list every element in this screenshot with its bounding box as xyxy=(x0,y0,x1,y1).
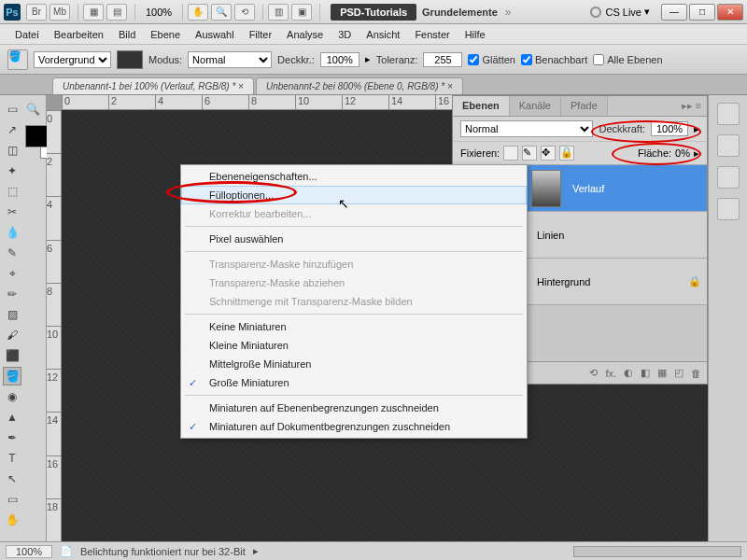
lock-all-icon[interactable]: 🔒 xyxy=(559,146,574,161)
hand-icon[interactable]: ✋ xyxy=(188,4,208,21)
panel-action-icon[interactable]: ⟲ xyxy=(589,367,598,379)
panel-action-icon[interactable]: ▦ xyxy=(657,367,667,379)
layer-mask-thumbnail[interactable] xyxy=(531,170,561,207)
menu-3d[interactable]: 3D xyxy=(331,27,359,42)
rotate-icon[interactable]: ⟲ xyxy=(234,4,255,21)
panel-action-icon[interactable]: ◐ xyxy=(624,367,633,379)
pattern-swatch[interactable] xyxy=(117,50,143,69)
maximize-button[interactable]: □ xyxy=(689,4,715,21)
layer-blend-select[interactable]: Normal xyxy=(460,120,593,137)
status-zoom[interactable]: 100% xyxy=(6,545,52,558)
active-tool-icon[interactable]: 🪣 xyxy=(7,49,28,70)
lock-pixels-icon[interactable]: ✎ xyxy=(522,146,537,161)
context-item[interactable]: ✓Große Miniaturen xyxy=(181,373,527,392)
menu-filter[interactable]: Filter xyxy=(242,27,279,42)
layer-name[interactable]: Verlauf xyxy=(567,183,707,194)
mode-label: Modus: xyxy=(148,54,182,65)
layer-name[interactable]: Linien xyxy=(531,230,707,241)
menu-ansicht[interactable]: Ansicht xyxy=(359,27,407,42)
tool-19[interactable]: ▭ xyxy=(3,490,21,509)
tool-11[interactable]: 🖌 xyxy=(3,326,21,344)
menu-analyse[interactable]: Analyse xyxy=(279,27,331,42)
tab-channels[interactable]: Kanäle xyxy=(510,96,561,116)
adjustments-panel-icon[interactable] xyxy=(717,166,740,189)
context-item[interactable]: Keine Miniaturen xyxy=(181,317,527,336)
menu-fenster[interactable]: Fenster xyxy=(407,27,457,42)
context-item[interactable]: Mittelgroße Miniaturen xyxy=(181,355,527,373)
menu-datei[interactable]: Datei xyxy=(7,27,47,42)
tool-15[interactable]: ▲ xyxy=(3,408,21,427)
context-item[interactable]: Fülloptionen... xyxy=(181,186,527,204)
context-item[interactable]: ✓Miniaturen auf Dokumentbegrenzungen zus… xyxy=(181,417,527,436)
lock-icon: 🔒 xyxy=(688,275,707,287)
menu-ebene[interactable]: Ebene xyxy=(143,27,188,42)
screen-mode-icon[interactable]: ▣ xyxy=(291,4,312,21)
menu-auswahl[interactable]: Auswahl xyxy=(188,27,242,42)
panel-action-icon[interactable]: fx. xyxy=(605,368,616,379)
tool-6[interactable]: 💧 xyxy=(3,223,21,242)
arrange-icon[interactable]: ▥ xyxy=(268,4,289,21)
view-grid-icon[interactable]: ▤ xyxy=(106,4,127,21)
tool-9[interactable]: ✏ xyxy=(3,285,21,303)
tolerance-value[interactable]: 255 xyxy=(423,52,462,67)
tool-16[interactable]: ✒ xyxy=(3,428,21,447)
context-item[interactable]: Ebeneneigenschaften... xyxy=(181,167,527,186)
minibridge-button[interactable]: Mb xyxy=(49,4,70,21)
tool-17[interactable]: T xyxy=(3,449,21,468)
cs-live-button[interactable]: CS Live ▾ xyxy=(590,6,650,18)
tool-21[interactable]: 🔍 xyxy=(23,100,42,119)
layer-name[interactable]: Hintergrund xyxy=(531,276,688,287)
tab-paths[interactable]: Pfade xyxy=(561,96,608,116)
panel-action-icon[interactable]: ◧ xyxy=(641,367,650,379)
layers-panel-icon[interactable] xyxy=(717,198,740,220)
zoom-indicator[interactable]: 100% xyxy=(140,7,177,18)
color-panel-icon[interactable] xyxy=(717,103,740,125)
tool-20[interactable]: ✋ xyxy=(3,511,21,529)
swatches-panel-icon[interactable] xyxy=(717,134,740,157)
context-item[interactable]: Kleine Miniaturen xyxy=(181,336,527,355)
document-tab[interactable]: Unbenannt-2 bei 800% (Ebene 0, RGB/8) * … xyxy=(256,77,463,94)
close-button[interactable]: ✕ xyxy=(717,4,743,21)
tool-0[interactable]: ▭ xyxy=(3,100,21,119)
tool-18[interactable]: ↖ xyxy=(3,469,21,488)
tool-14[interactable]: ◉ xyxy=(3,387,21,406)
panel-action-icon[interactable]: 🗑 xyxy=(691,368,701,379)
tool-4[interactable]: ⬚ xyxy=(3,182,21,201)
tool-8[interactable]: ⌖ xyxy=(3,264,21,283)
tab-layers[interactable]: Ebenen xyxy=(453,96,510,116)
fill-source-select[interactable]: Vordergrund xyxy=(34,51,111,68)
document-tab[interactable]: Unbenannt-1 bei 100% (Verlauf, RGB/8) * … xyxy=(52,77,254,94)
tool-7[interactable]: ✎ xyxy=(3,244,21,262)
menu-bearbeiten[interactable]: Bearbeiten xyxy=(47,27,111,42)
lock-transparency-icon[interactable] xyxy=(503,146,518,161)
horizontal-scrollbar[interactable] xyxy=(573,546,741,557)
opacity-value[interactable]: 100% xyxy=(320,52,359,67)
workspace-badge[interactable]: PSD-Tutorials xyxy=(331,4,416,21)
lock-position-icon[interactable]: ✥ xyxy=(541,146,556,161)
tool-12[interactable]: ⬛ xyxy=(3,346,21,365)
contiguous-checkbox[interactable]: Benachbart xyxy=(521,54,587,65)
blend-mode-select[interactable]: Normal xyxy=(188,51,272,68)
workspace-name[interactable]: Grundelemente xyxy=(422,7,498,18)
panel-action-icon[interactable]: ◰ xyxy=(674,367,684,379)
chevron-right-icon[interactable]: » xyxy=(505,6,512,19)
panel-menu-icon[interactable]: ▸▸ ≡ xyxy=(676,96,707,116)
menu-hilfe[interactable]: Hilfe xyxy=(458,27,493,42)
tool-10[interactable]: ▨ xyxy=(3,305,21,324)
bridge-button[interactable]: Br xyxy=(26,4,47,21)
antialias-checkbox[interactable]: Glätten xyxy=(468,54,514,65)
fill-value[interactable]: 0% xyxy=(675,147,690,159)
tool-1[interactable]: ↗ xyxy=(3,120,21,139)
zoom-icon[interactable]: 🔍 xyxy=(211,4,232,21)
menu-bild[interactable]: Bild xyxy=(111,27,143,42)
tool-5[interactable]: ✂ xyxy=(3,203,21,221)
view-extras-icon[interactable]: ▦ xyxy=(83,4,104,21)
tool-3[interactable]: ✦ xyxy=(3,161,21,180)
layer-opacity-value[interactable]: 100% xyxy=(651,121,688,136)
context-item[interactable]: Pixel auswählen xyxy=(181,230,527,248)
context-item[interactable]: Miniaturen auf Ebenenbegrenzungen zuschn… xyxy=(181,399,527,417)
tool-2[interactable]: ◫ xyxy=(3,141,21,160)
minimize-button[interactable]: — xyxy=(661,4,687,21)
all-layers-checkbox[interactable]: Alle Ebenen xyxy=(593,54,662,65)
tool-13[interactable]: 🪣 xyxy=(3,367,21,385)
